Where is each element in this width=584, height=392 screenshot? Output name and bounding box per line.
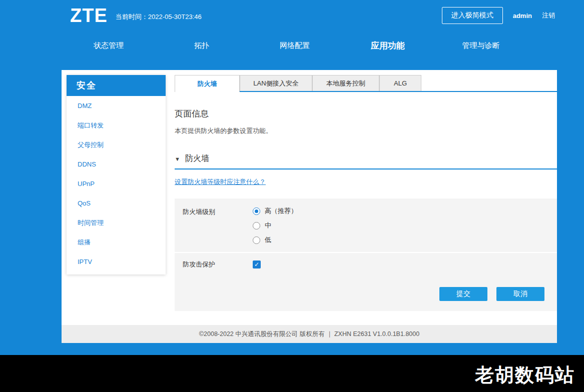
radio-high-selected-icon[interactable] <box>253 208 260 215</box>
current-time-label: 当前时间：2022-05-30T23:46 <box>116 12 202 22</box>
attack-protection-row: 防攻击保护 ✓ <box>175 252 557 276</box>
firewall-level-label: 防火墙级别 <box>175 206 253 244</box>
card-body: 安全 DMZ 端口转发 父母控制 DDNS UPnP QoS 时间管理 组播 I… <box>62 70 557 325</box>
sidebar-title-security: 安全 <box>67 75 166 96</box>
firewall-level-radio-group: 高（推荐） 中 低 <box>253 206 297 244</box>
sidebar-item-iptv[interactable]: IPTV <box>67 252 166 272</box>
logout-link[interactable]: 注销 <box>542 11 555 20</box>
security-sidebar: 安全 DMZ 端口转发 父母控制 DDNS UPnP QoS 时间管理 组播 I… <box>67 75 166 274</box>
nav-item-network-config[interactable]: 网络配置 <box>248 41 341 50</box>
enter-simple-mode-button[interactable]: 进入极简模式 <box>442 7 503 24</box>
main-panel: 防火墙 LAN侧接入安全 本地服务控制 ALG 页面信息 本页提供防火墙的参数设… <box>175 75 557 325</box>
sidebar-item-upnp[interactable]: UPnP <box>67 174 166 194</box>
radio-high-label: 高（推荐） <box>265 206 297 216</box>
sidebar-item-port-forwarding[interactable]: 端口转发 <box>67 116 166 135</box>
attack-protection-label: 防攻击保护 <box>175 260 253 269</box>
watermark-text: 老胡数码站 <box>475 362 575 388</box>
firewall-section-header[interactable]: ▼ 防火墙 <box>175 154 557 170</box>
tab-bar: 防火墙 LAN侧接入安全 本地服务控制 ALG <box>175 75 557 92</box>
attack-protection-checkbox-checked[interactable]: ✓ <box>253 260 261 268</box>
radio-option-medium[interactable]: 中 <box>253 221 297 230</box>
header-right-group: 进入极简模式 admin 注销 <box>442 7 555 24</box>
nav-item-status[interactable]: 状态管理 <box>62 41 155 50</box>
firewall-settings-form: 防火墙级别 高（推荐） 中 <box>175 198 557 311</box>
cancel-button[interactable]: 取消 <box>496 287 544 301</box>
tab-local-service-control[interactable]: 本地服务控制 <box>312 75 379 91</box>
sidebar-item-dmz[interactable]: DMZ <box>67 96 166 116</box>
sidebar-item-ddns[interactable]: DDNS <box>67 154 166 174</box>
submit-button[interactable]: 提交 <box>439 287 487 301</box>
zte-logo: ZTE <box>70 6 108 25</box>
page-info-title: 页面信息 <box>175 108 557 120</box>
main-nav: 状态管理 拓扑 网络配置 应用功能 管理与诊断 <box>0 31 584 60</box>
nav-item-management-diagnosis[interactable]: 管理与诊断 <box>434 41 527 50</box>
tab-firewall[interactable]: 防火墙 <box>175 75 240 92</box>
copyright-footer: ©2008-2022 中兴通讯股份有限公司 版权所有 ｜ ZXHN E2631 … <box>62 325 557 343</box>
radio-medium-icon[interactable] <box>253 222 260 230</box>
nav-item-topology[interactable]: 拓扑 <box>155 41 248 50</box>
sidebar-item-time-management[interactable]: 时间管理 <box>67 213 166 232</box>
radio-option-high[interactable]: 高（推荐） <box>253 206 297 216</box>
bottom-black-bar: 老胡数码站 <box>0 355 584 392</box>
form-button-row: 提交 取消 <box>175 276 557 311</box>
page-info-description: 本页提供防火墙的参数设置功能。 <box>175 126 557 136</box>
page-background: ZTE 当前时间：2022-05-30T23:46 进入极简模式 admin 注… <box>0 0 584 355</box>
collapse-triangle-icon: ▼ <box>175 156 180 162</box>
radio-low-label: 低 <box>265 236 271 244</box>
firewall-section-title: 防火墙 <box>185 154 209 164</box>
nav-item-app-functions[interactable]: 应用功能 <box>341 40 434 52</box>
radio-option-low[interactable]: 低 <box>253 236 297 244</box>
firewall-level-row: 防火墙级别 高（推荐） 中 <box>175 198 557 252</box>
sidebar-item-multicast[interactable]: 组播 <box>67 232 166 252</box>
firewall-level-help-link[interactable]: 设置防火墙等级时应注意什么？ <box>175 178 557 186</box>
logged-in-username: admin <box>513 12 532 20</box>
tab-lan-access-security[interactable]: LAN侧接入安全 <box>240 75 312 91</box>
sidebar-item-parental-control[interactable]: 父母控制 <box>67 135 166 154</box>
tab-alg[interactable]: ALG <box>379 75 421 91</box>
radio-medium-label: 中 <box>265 221 271 230</box>
sidebar-item-qos[interactable]: QoS <box>67 194 166 213</box>
radio-low-icon[interactable] <box>253 236 260 244</box>
top-header: ZTE 当前时间：2022-05-30T23:46 进入极简模式 admin 注… <box>0 0 584 31</box>
content-card: 安全 DMZ 端口转发 父母控制 DDNS UPnP QoS 时间管理 组播 I… <box>62 70 557 343</box>
